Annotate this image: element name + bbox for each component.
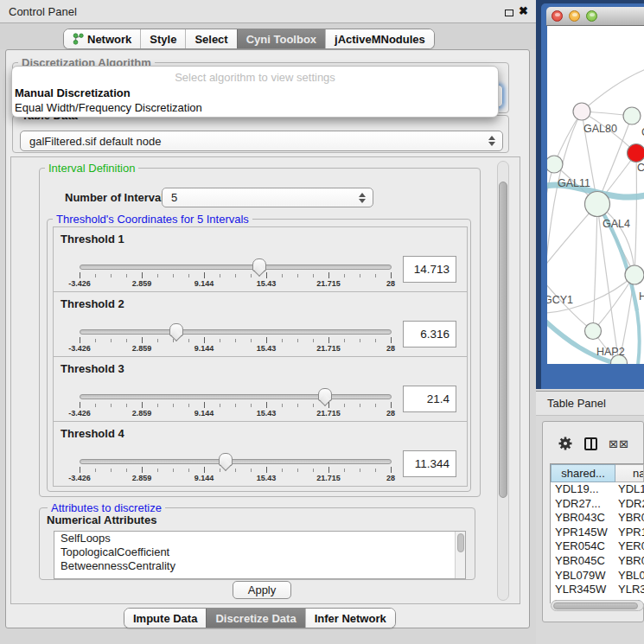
- attributes-legend: Attributes to discretize: [48, 501, 165, 514]
- tick-label: 28: [386, 409, 395, 418]
- interval-definition-legend: Interval Definition: [45, 162, 138, 175]
- table-row[interactable]: YBR045CYBR0: [551, 554, 644, 569]
- split-columns-icon[interactable]: [584, 437, 597, 450]
- threshold-4-slider-thumb[interactable]: [219, 453, 233, 466]
- numerical-attributes-list[interactable]: SelfLoops TopologicalCoefficient Between…: [54, 531, 466, 579]
- cell: YLR345W: [551, 583, 615, 597]
- gear-icon[interactable]: [558, 436, 573, 451]
- network-node[interactable]: [585, 323, 602, 340]
- column-header-shared-name[interactable]: shared...: [551, 464, 615, 482]
- tick-label: -3.426: [68, 344, 91, 353]
- tab-impute-data[interactable]: Impute Data: [124, 609, 206, 628]
- list-item[interactable]: SelfLoops: [54, 532, 465, 545]
- tab-select[interactable]: Select: [185, 29, 236, 48]
- threshold-2-value-field[interactable]: 6.316: [403, 321, 456, 348]
- minimize-window-icon[interactable]: [569, 10, 580, 22]
- tab-style[interactable]: Style: [140, 29, 185, 48]
- tick-label: 2.859: [132, 474, 152, 482]
- table-row[interactable]: YLR345WYLR3: [551, 583, 644, 597]
- tab-infer-network[interactable]: Infer Network: [305, 609, 395, 628]
- network-node[interactable]: [623, 107, 641, 124]
- network-node[interactable]: [628, 144, 644, 163]
- cell: YPR145W: [551, 526, 615, 540]
- node-attribute-table[interactable]: shared... na YDL19...YDL1 YDR27...YDR2 Y…: [550, 463, 644, 603]
- float-panel-icon[interactable]: [505, 10, 513, 16]
- popup-option-equal-width-frequency[interactable]: Equal Width/Frequency Discretization: [15, 101, 202, 114]
- attributes-list-scrollbar[interactable]: [455, 532, 465, 578]
- zoom-window-icon[interactable]: [586, 10, 597, 22]
- tab-cyni-toolbox[interactable]: Cyni Toolbox: [237, 29, 325, 48]
- tab-impute-data-label: Impute Data: [133, 612, 197, 625]
- cell: YBR0: [615, 554, 644, 569]
- cell: YDR27...: [551, 497, 615, 512]
- number-of-intervals-combobox[interactable]: 5: [162, 188, 373, 207]
- tab-jactivemnodules[interactable]: jActiveMNodules: [325, 29, 434, 48]
- table-row[interactable]: YBR043CYBR0: [551, 511, 644, 526]
- table-row[interactable]: YBL079WYBL0: [551, 569, 644, 583]
- network-node[interactable]: [573, 103, 590, 120]
- threshold-3-value-field[interactable]: 21.4: [403, 386, 456, 412]
- threshold-2-label: Threshold 2: [61, 297, 124, 310]
- threshold-4-value-field[interactable]: 11.344: [403, 450, 456, 477]
- network-node[interactable]: [547, 156, 563, 173]
- popup-option-manual-discretization[interactable]: Manual Discretization: [15, 86, 131, 99]
- apply-button[interactable]: Apply: [233, 581, 291, 599]
- threshold-4-panel: Threshold 4 -3.426 2.859 9.144 15.43 21.…: [53, 421, 468, 487]
- network-node-label: GAL4: [603, 218, 630, 230]
- number-of-intervals-value: 5: [163, 191, 355, 204]
- network-window-titlebar[interactable]: [546, 7, 644, 26]
- control-panel-tabbar: Network Style Select Cyni Toolbox jActiv…: [63, 29, 435, 49]
- table-data-combobox[interactable]: galFiltered.sif default node: [20, 131, 503, 151]
- column-header-name[interactable]: na: [615, 464, 644, 482]
- threshold-4-slider-track[interactable]: [80, 459, 392, 464]
- tab-style-label: Style: [150, 33, 176, 46]
- settings-scrollbar-thumb[interactable]: [499, 182, 507, 498]
- tick-label: 21.715: [316, 474, 341, 482]
- list-item[interactable]: BetweennessCentrality: [54, 559, 465, 573]
- table-row[interactable]: YPR145WYPR1: [551, 526, 644, 540]
- tick-label: 9.144: [194, 474, 214, 482]
- tick-label: 15.43: [257, 344, 277, 353]
- threshold-3-panel: Threshold 3 -3.426 2.859 9.144 15.43 21.…: [53, 356, 468, 422]
- threshold-3-slider-track[interactable]: [80, 394, 392, 399]
- network-view-canvas[interactable]: GAL80GAGAL11CGAL4GCY1HHAP2: [547, 26, 644, 364]
- network-node-label: HAP2: [596, 346, 625, 358]
- select-none-checkbox-icon[interactable]: ⊠: [619, 438, 628, 450]
- network-graph: GAL80GAGAL11CGAL4GCY1HHAP2: [547, 26, 644, 364]
- network-node-label: C: [637, 162, 644, 174]
- table-horizontal-scrollbar-thumb[interactable]: [553, 603, 638, 609]
- network-node[interactable]: [585, 192, 610, 217]
- tick-label: 9.144: [194, 409, 214, 418]
- threshold-1-slider-track[interactable]: [80, 265, 392, 270]
- threshold-1-label: Threshold 1: [61, 233, 124, 245]
- threshold-3-slider-thumb[interactable]: [318, 388, 332, 401]
- table-row[interactable]: YDR27...YDR2: [551, 497, 644, 512]
- network-node[interactable]: [625, 265, 644, 284]
- tick-label: 21.715: [316, 344, 341, 353]
- table-header-row: shared... na: [551, 464, 644, 482]
- slider-major-ticks: [80, 272, 392, 278]
- table-row[interactable]: YER054CYER0: [551, 539, 644, 554]
- table-horizontal-scrollbar[interactable]: [551, 600, 644, 611]
- tick-label: 28: [386, 474, 395, 482]
- table-panel-window: ⊠ ⊠ shared... na YDL19...YDL1 YDR27...YD…: [542, 421, 644, 622]
- threshold-1-slider-thumb[interactable]: [252, 258, 266, 271]
- close-window-icon[interactable]: [552, 10, 563, 22]
- network-node-label: GAL11: [558, 177, 590, 189]
- select-all-checkbox-icon[interactable]: ⊠: [609, 438, 618, 450]
- tab-network[interactable]: Network: [64, 29, 140, 48]
- thresholds-group: Threshold's Coordinates for 5 Intervals …: [47, 219, 471, 492]
- tab-network-label: Network: [87, 33, 131, 46]
- threshold-2-slider-track[interactable]: [80, 329, 392, 335]
- list-item[interactable]: TopologicalCoefficient: [54, 545, 465, 559]
- close-panel-icon[interactable]: ✖: [519, 4, 528, 17]
- attributes-list-scrollbar-thumb[interactable]: [457, 533, 464, 552]
- threshold-2-slider-thumb[interactable]: [169, 323, 183, 336]
- tab-discretize-data-label: Discretize Data: [215, 612, 296, 625]
- tab-discretize-data[interactable]: Discretize Data: [206, 609, 304, 628]
- threshold-1-value-field[interactable]: 14.713: [403, 256, 456, 283]
- table-row[interactable]: YDL19...YDL1: [551, 482, 644, 497]
- cell: YLR3: [615, 583, 644, 597]
- network-tab-icon: [73, 33, 84, 45]
- threshold-4-label: Threshold 4: [61, 427, 124, 440]
